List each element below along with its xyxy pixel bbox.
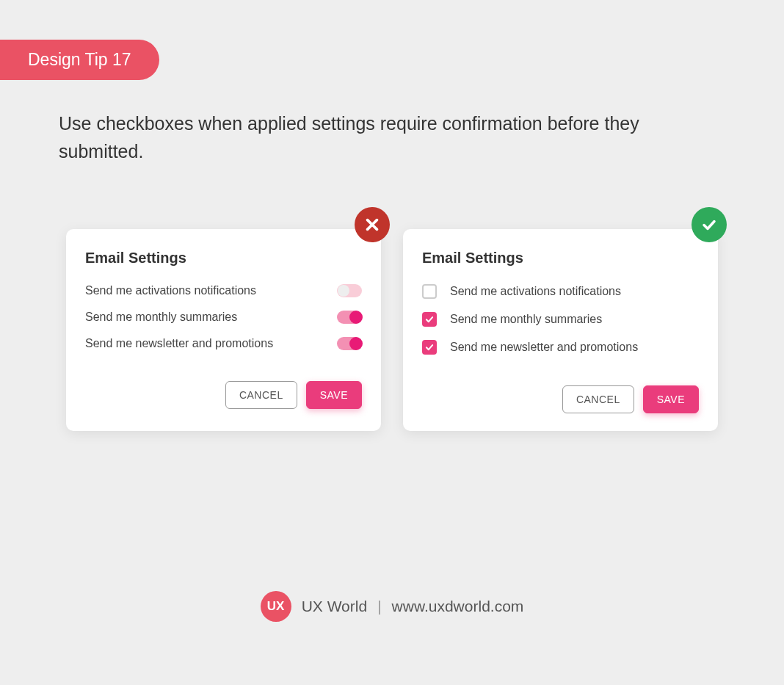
checkbox[interactable]: [422, 340, 437, 355]
toggle-switch[interactable]: [337, 337, 362, 350]
button-row: CANCEL SAVE: [85, 381, 362, 409]
setting-row: Send me monthly summaries: [422, 312, 699, 327]
check-icon: [692, 207, 727, 242]
save-button[interactable]: SAVE: [643, 385, 699, 413]
brand-name: UX World: [302, 598, 367, 615]
comparison-panels: Email Settings Send me activations notif…: [66, 229, 718, 431]
setting-label: Send me newsletter and promotions: [450, 341, 638, 354]
checkbox[interactable]: [422, 312, 437, 327]
footer-separator: |: [377, 598, 381, 615]
setting-row: Send me newsletter and promotions: [85, 337, 362, 350]
cancel-button[interactable]: CANCEL: [225, 381, 297, 409]
footer: UX UX World | www.uxdworld.com: [0, 591, 784, 622]
checkbox[interactable]: [422, 284, 437, 299]
save-button[interactable]: SAVE: [306, 381, 362, 409]
panel-title: Email Settings: [85, 250, 362, 267]
button-row: CANCEL SAVE: [422, 385, 699, 413]
setting-label: Send me monthly summaries: [85, 311, 237, 324]
dont-panel: Email Settings Send me activations notif…: [66, 229, 381, 431]
setting-row: Send me newsletter and promotions: [422, 340, 699, 355]
brand-logo-icon: UX: [261, 591, 291, 622]
brand-url: www.uxdworld.com: [392, 598, 524, 615]
do-panel: Email Settings Send me activations notif…: [403, 229, 718, 431]
setting-label: Send me activations notifications: [450, 285, 621, 298]
setting-row: Send me monthly summaries: [85, 311, 362, 324]
toggle-switch[interactable]: [337, 311, 362, 324]
setting-label: Send me monthly summaries: [450, 313, 602, 326]
toggle-switch[interactable]: [337, 284, 362, 297]
setting-row: Send me activations notifications: [422, 284, 699, 299]
cancel-button[interactable]: CANCEL: [562, 385, 634, 413]
panel-title: Email Settings: [422, 250, 699, 267]
setting-label: Send me newsletter and promotions: [85, 337, 273, 350]
setting-label: Send me activations notifications: [85, 284, 256, 297]
cross-icon: [355, 207, 390, 242]
setting-row: Send me activations notifications: [85, 284, 362, 297]
tip-badge: Design Tip 17: [0, 40, 159, 80]
tip-description: Use checkboxes when applied settings req…: [59, 110, 725, 165]
